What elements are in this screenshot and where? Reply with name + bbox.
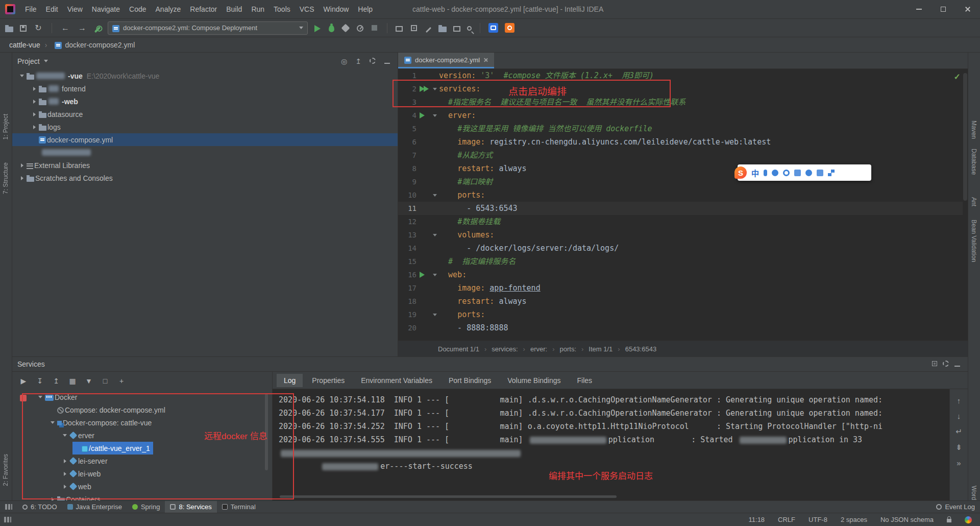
tool-window-switcher-icon[interactable]: [4, 517, 11, 522]
code-line-17[interactable]: 17 image: app-fontend: [398, 281, 963, 295]
tree-row-cattle-vue-erver-1[interactable]: /cattle-vue_erver_1: [31, 442, 272, 455]
collapse-all-icon[interactable]: ↥: [52, 377, 60, 385]
mic-icon[interactable]: [783, 170, 790, 176]
chevron-down-icon[interactable]: [48, 421, 57, 424]
coverage-button[interactable]: [341, 23, 350, 32]
collapse-all-icon[interactable]: ↥: [353, 57, 364, 65]
breadcrumb-file[interactable]: docker-compose2.yml: [40, 41, 135, 49]
hide-panel-icon[interactable]: [951, 360, 963, 368]
chevron-right-icon[interactable]: [60, 472, 69, 476]
tree-row-docker-compose-yml[interactable]: docker-compose.yml: [12, 133, 398, 146]
code-editor[interactable]: 1version: '3' #compose 文件版本 (1.2.x+ 用3即可…: [398, 69, 963, 341]
forward-icon[interactable]: →: [77, 23, 87, 33]
save-all-icon[interactable]: [20, 25, 27, 32]
tool-button-terminal[interactable]: Terminal: [217, 501, 261, 513]
code-line-20[interactable]: 20 - 8888:8888: [398, 321, 963, 334]
menu-refactor[interactable]: Refactor: [185, 5, 222, 13]
menu-edit[interactable]: Edit: [41, 5, 63, 13]
log-output[interactable]: 2020-06-26 10:37:54.118 INFO 1 --- [ mai…: [273, 389, 949, 500]
tab-port-bindings[interactable]: Port Bindings: [442, 374, 498, 387]
terminal-icon[interactable]: [453, 26, 460, 32]
fold-icon[interactable]: [433, 234, 437, 236]
ime-punctuation-icon[interactable]: [764, 170, 767, 176]
chevron-down-icon[interactable]: [36, 396, 45, 398]
status-no-json-schema[interactable]: No JSON schema: [880, 516, 934, 523]
ime-mode-label[interactable]: 中: [751, 168, 759, 178]
expand-all-icon[interactable]: ↧: [36, 377, 44, 385]
code-line-5[interactable]: 5 #我这里是采用 镜像编排 当然也可以使用 dockerfile: [398, 122, 963, 135]
run-configuration-select[interactable]: docker-compose2.yml: Compose Deployment: [108, 21, 308, 35]
menu-help[interactable]: Help: [353, 5, 377, 13]
code-line-7[interactable]: 7 #从起方式: [398, 149, 963, 162]
code-line-13[interactable]: 13 volumes:: [398, 228, 963, 242]
chevron-right-icon[interactable]: [60, 485, 69, 489]
close-tab-icon[interactable]: [483, 58, 488, 62]
chevron-right-icon[interactable]: [17, 176, 27, 180]
back-icon[interactable]: ←: [60, 23, 70, 33]
editor-scrollbar[interactable]: [963, 73, 967, 201]
ime-toolbar[interactable]: S 中: [738, 164, 871, 181]
menu-window[interactable]: Window: [319, 5, 354, 13]
tool-window-icon[interactable]: [411, 25, 417, 31]
ime-indicator-blue-icon[interactable]: [488, 23, 498, 33]
code-line-8[interactable]: 8 restart: always: [398, 162, 963, 175]
menu-code[interactable]: Code: [125, 5, 151, 13]
stop-service-button[interactable]: [20, 395, 27, 401]
run-icon[interactable]: [420, 272, 425, 278]
debug-button[interactable]: [329, 25, 334, 32]
minimize-button[interactable]: [906, 0, 931, 19]
tree-row-lei-web[interactable]: lei-web: [31, 467, 272, 480]
editor-breadcrumb-erver[interactable]: erver:: [518, 345, 548, 353]
menu-build[interactable]: Build: [222, 5, 247, 13]
ime-globe-icon[interactable]: [965, 516, 972, 523]
menu-vcs[interactable]: VCS: [295, 5, 319, 13]
tab-files[interactable]: Files: [570, 374, 600, 387]
float-mode-icon[interactable]: [929, 360, 940, 369]
add-icon[interactable]: +: [117, 377, 126, 385]
log-horizontal-scrollbar[interactable]: [280, 495, 617, 498]
code-line-10[interactable]: 10 ports:: [398, 188, 963, 202]
chevron-right-icon[interactable]: [30, 112, 39, 116]
lock-icon[interactable]: [947, 519, 951, 522]
fold-icon[interactable]: [433, 114, 437, 117]
gear-icon[interactable]: [367, 57, 378, 65]
editor-breadcrumb-6543-6543[interactable]: 6543:6543: [612, 345, 656, 353]
menu-navigate[interactable]: Navigate: [87, 5, 125, 13]
editor-breadcrumb-document-1-1[interactable]: Document 1/1: [438, 345, 479, 353]
status-11-18[interactable]: 11:18: [749, 516, 765, 523]
chevron-down-icon[interactable]: [60, 434, 69, 437]
tree-row-docker[interactable]: Docker: [31, 391, 272, 403]
group-by-icon[interactable]: ▦: [68, 377, 77, 385]
menu-view[interactable]: View: [63, 5, 87, 13]
sogou-logo-icon[interactable]: S: [734, 166, 747, 179]
tool-button-7-structure[interactable]: 7: Structure: [2, 162, 9, 194]
build-icon[interactable]: [94, 27, 101, 33]
attach-process-icon[interactable]: [396, 26, 403, 32]
menu-run[interactable]: Run: [247, 5, 269, 13]
scroll-up-icon[interactable]: ↑: [957, 396, 961, 405]
tree-row-external-libraries[interactable]: External Libraries: [12, 159, 398, 172]
menu-tools[interactable]: Tools: [269, 5, 295, 13]
tree-row-redacted[interactable]: [12, 146, 398, 159]
tool-button-java-enterprise[interactable]: Java Enterprise: [62, 501, 127, 513]
menu-analyze[interactable]: Analyze: [151, 5, 186, 13]
tab-properties[interactable]: Properties: [305, 374, 352, 387]
skin-icon[interactable]: [817, 170, 823, 176]
chevron-right-icon[interactable]: [30, 87, 39, 91]
tree-row-web[interactable]: -web: [12, 95, 398, 108]
code-line-14[interactable]: 14 - /docker/logs/server:/data/logs/: [398, 242, 963, 255]
tree-row-vue[interactable]: -vueE:\2020work\cattle-vue: [12, 69, 398, 82]
locate-file-icon[interactable]: ◎: [338, 57, 350, 65]
chevron-right-icon[interactable]: [30, 100, 39, 104]
search-icon[interactable]: [467, 26, 472, 31]
editor-breadcrumb-services[interactable]: services:: [479, 345, 518, 353]
more-icon[interactable]: »: [957, 459, 961, 467]
filter-icon[interactable]: ▼: [85, 377, 93, 385]
tree-row-datasource[interactable]: datasource: [12, 108, 398, 121]
sync-icon[interactable]: ↻: [33, 23, 43, 33]
scroll-down-icon[interactable]: ↓: [957, 412, 961, 420]
run-icon[interactable]: ▶: [19, 377, 28, 385]
tool-button-database[interactable]: Database: [970, 149, 977, 175]
fold-icon[interactable]: [433, 194, 437, 197]
person-icon[interactable]: [805, 170, 812, 176]
